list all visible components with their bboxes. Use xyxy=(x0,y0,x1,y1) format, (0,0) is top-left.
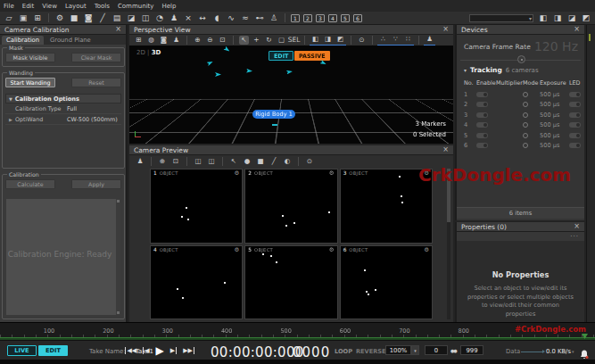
next-frame-button[interactable]: ▶ xyxy=(170,347,177,354)
device-row[interactable]: 2500 µs xyxy=(457,100,584,111)
world-icon[interactable]: ◍ xyxy=(146,36,156,45)
menu-community[interactable]: Community xyxy=(118,3,154,10)
start-wanding-button[interactable]: Start Wanding xyxy=(5,78,55,87)
visibility-eye-icon[interactable]: ⊙ xyxy=(357,36,367,45)
gear-icon[interactable]: ⚙ xyxy=(235,170,240,177)
selection-mode-label[interactable]: SEL xyxy=(289,36,299,45)
mode-2d[interactable]: 2D xyxy=(136,49,145,56)
camera-preview-cell[interactable]: 2OBJECT⚙ xyxy=(244,169,337,244)
led-toggle[interactable] xyxy=(569,112,581,118)
close-icon[interactable]: × xyxy=(442,26,449,33)
camera-preview-cell[interactable]: 1OBJECT⚙ xyxy=(150,169,243,244)
graph2-icon[interactable]: ≈ xyxy=(240,12,251,23)
gear-icon[interactable]: ⚙ xyxy=(424,247,429,253)
archive-icon[interactable]: ◪ xyxy=(126,12,136,23)
scrollbar[interactable] xyxy=(116,199,120,315)
more-options-icon[interactable]: ··· xyxy=(457,232,584,241)
new-layout-icon[interactable]: ◧ xyxy=(538,12,549,23)
close-icon[interactable]: × xyxy=(442,146,449,153)
clock-icon[interactable]: ◔ xyxy=(154,12,165,23)
mode-3d[interactable]: 3D xyxy=(152,49,161,56)
mode-icon[interactable] xyxy=(523,112,528,118)
led-toggle[interactable] xyxy=(569,143,581,148)
range-end-field[interactable]: 999 xyxy=(460,345,483,355)
translate-tool-icon[interactable]: + xyxy=(252,36,261,45)
gear-icon[interactable]: ⚙ xyxy=(235,247,240,253)
calibration-option-row[interactable]: ▶OptiWandCW-500 (500mm) xyxy=(5,114,121,125)
zoom-in-icon[interactable]: ⊕ xyxy=(157,155,168,166)
menu-layout[interactable]: Layout xyxy=(65,3,87,10)
close-icon[interactable]: × xyxy=(574,223,580,230)
save-layout-icon[interactable]: ◪ xyxy=(566,12,577,23)
enable-toggle[interactable] xyxy=(476,102,488,107)
camera-preview-cell[interactable]: 6OBJECT⚙ xyxy=(340,245,433,320)
remove-camera-icon[interactable]: ◨ xyxy=(323,35,333,44)
zoom-fit-icon[interactable]: ⊡ xyxy=(218,36,227,45)
layout-3-icon[interactable]: 3 xyxy=(316,14,325,22)
timeline-ruler[interactable]: 100200300400500600700800 xyxy=(0,322,595,340)
camera-3d-icon[interactable] xyxy=(215,72,221,77)
device-row[interactable]: 4500 µs xyxy=(457,120,584,131)
docked-panel-edge[interactable] xyxy=(586,25,595,322)
toggle-camera-icon[interactable]: ◩ xyxy=(335,35,345,44)
zoom-out-icon[interactable]: ⊖ xyxy=(205,36,215,45)
passive-mode-button[interactable]: PASSIVE xyxy=(294,51,330,61)
camera-preview-cell[interactable]: 5OBJECT⚙ xyxy=(244,245,337,320)
open-project-icon[interactable]: ▱ xyxy=(4,12,14,23)
enable-toggle[interactable] xyxy=(476,122,488,128)
reverse-toggle[interactable]: REVERSE xyxy=(356,348,386,355)
stop-icon[interactable]: ■ xyxy=(69,12,79,23)
chevron-down-icon[interactable]: ▾ xyxy=(464,67,467,73)
mode-icon[interactable] xyxy=(523,102,528,107)
skeleton-visibility-icon[interactable]: ♟ xyxy=(425,35,434,44)
range-start-field[interactable]: 0 xyxy=(425,345,448,355)
zoom-fit-icon[interactable]: ⊡ xyxy=(170,155,181,166)
chevron-down-icon[interactable]: ▾ xyxy=(572,349,574,354)
menu-view[interactable]: View xyxy=(42,3,57,10)
tracking-label[interactable]: Tracking xyxy=(470,66,502,74)
save-as-icon[interactable]: ⊞ xyxy=(32,12,43,23)
edit-layout-icon[interactable]: ◨ xyxy=(552,12,563,23)
notification-bell-icon[interactable] xyxy=(580,346,589,356)
view-mode-selector[interactable]: 2D | 3D xyxy=(136,49,161,56)
layout-5-icon[interactable]: 5 xyxy=(341,14,350,22)
settings-gear-icon[interactable]: ⚙ xyxy=(54,12,65,23)
viewport-grid-icon[interactable]: ⊞ xyxy=(134,36,144,45)
camera-preview-cell[interactable]: 4OBJECT⚙ xyxy=(150,245,243,320)
avatar-icon[interactable]: ♙ xyxy=(269,12,279,23)
speaker-icon[interactable]: ◖ xyxy=(211,12,222,23)
camera-3d-icon[interactable] xyxy=(246,69,252,74)
camera-icon[interactable]: ◙ xyxy=(83,12,94,23)
graph-icon[interactable]: ∿ xyxy=(226,12,236,23)
next-page-icon[interactable]: ◫ xyxy=(206,155,217,166)
select-tool-icon[interactable]: ↖ xyxy=(228,155,239,166)
gear-icon[interactable]: ⚙ xyxy=(329,247,335,253)
expand-circle-button[interactable] xyxy=(517,55,525,63)
calibration-log[interactable]: Calibration Engine: Ready xyxy=(5,198,121,316)
edit-mode-button[interactable]: EDIT xyxy=(38,345,68,356)
calculate-button[interactable]: Calculate xyxy=(5,179,55,189)
markers-icon[interactable]: ∴ xyxy=(378,35,388,44)
mode-icon[interactable] xyxy=(523,133,528,138)
edit-mode-button[interactable]: EDIT xyxy=(269,51,293,61)
layout-2-icon[interactable]: 2 xyxy=(303,14,312,22)
camera-3d-icon[interactable] xyxy=(223,46,231,53)
close-icon[interactable]: × xyxy=(115,26,121,33)
axes-icon[interactable]: × xyxy=(183,12,194,23)
mode-icon[interactable] xyxy=(523,122,528,128)
device-row[interactable]: 5500 µs xyxy=(457,130,584,141)
rotate-tool-icon[interactable]: ↻ xyxy=(264,36,274,45)
circle-draw-icon[interactable]: ● xyxy=(242,155,252,166)
clear-mask-button[interactable]: Clear Mask xyxy=(71,53,121,62)
save-project-icon[interactable]: ▣ xyxy=(18,12,29,23)
calibration-options-header[interactable]: ▼ Calibration Options xyxy=(5,94,121,103)
delete-layout-icon[interactable]: ◩ xyxy=(581,12,591,23)
ellipse-draw-icon[interactable]: ◐ xyxy=(282,155,293,166)
led-toggle[interactable] xyxy=(569,102,581,107)
follow-icon[interactable]: ♟ xyxy=(171,36,181,45)
marker-sticks-icon[interactable]: ∷ xyxy=(403,35,413,44)
marker-labels-icon[interactable]: ∵ xyxy=(391,35,401,44)
tab-ground-plane[interactable]: Ground Plane xyxy=(45,36,95,45)
live-mode-button[interactable]: LIVE xyxy=(7,345,37,356)
enable-toggle[interactable] xyxy=(476,92,488,97)
